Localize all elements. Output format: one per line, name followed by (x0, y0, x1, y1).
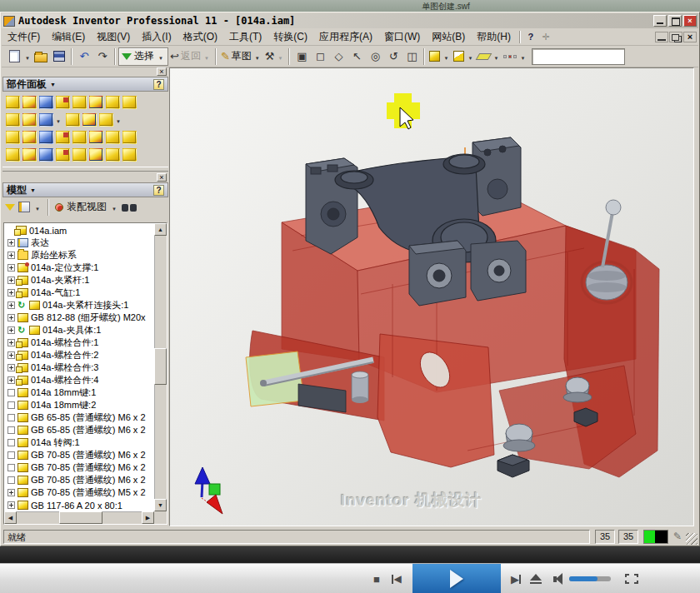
document-minimize-button[interactable] (655, 32, 668, 42)
tree-item[interactable]: GB 65-85 (普通螺纹) M6 x 2 (4, 424, 154, 436)
tree-item[interactable]: GB 70-85 (普通螺纹) M6 x 2 (4, 449, 154, 461)
document-close-button[interactable] (683, 32, 697, 42)
tree-expander-icon[interactable] (8, 364, 15, 371)
tool-bolted-connection-icon[interactable] (106, 96, 120, 109)
view-mode-label[interactable]: 装配视图 (67, 200, 107, 214)
tool-mirror-components-icon[interactable] (72, 96, 87, 109)
tool-constraint-icon[interactable] (6, 113, 20, 127)
tree-item-label[interactable]: 014a-定位支撑:1 (31, 262, 98, 274)
tool-insert-ifeature-icon[interactable] (122, 131, 137, 144)
tool-bill-of-materials-icon[interactable] (122, 148, 137, 162)
assembly-panel-close-icon[interactable] (157, 67, 167, 76)
tree-item[interactable]: 014a-夹具体:1 (4, 324, 154, 336)
tree-item-label[interactable]: 014a-夹紧杆:1 (31, 274, 89, 287)
addin-icon[interactable] (538, 30, 553, 43)
model-panel-dropdown-icon[interactable] (30, 187, 36, 193)
tree-horizontal-scrollbar[interactable]: ◀ ▶ (4, 511, 154, 524)
tree-expander-icon[interactable] (8, 351, 15, 359)
tree-item-label[interactable]: 014a-螺栓合件:2 (31, 349, 98, 361)
tree-item[interactable]: 014a 18mm键:1 (4, 386, 154, 399)
mute-button[interactable] (548, 564, 567, 593)
tool-place-from-content-center-icon[interactable] (39, 96, 53, 109)
tree-expander-icon[interactable] (8, 501, 15, 509)
update-dropdown[interactable] (276, 52, 284, 62)
tree-expander-icon[interactable] (8, 464, 15, 471)
tree-item[interactable]: GB 70-85 (普通螺纹) M6 x 2 (4, 461, 154, 474)
tree-item[interactable]: 014a-夹紧杆:1 (4, 274, 154, 287)
select-dropdown[interactable] (157, 52, 165, 62)
undo-button[interactable]: ↶ (75, 47, 93, 66)
tree-expander-icon[interactable] (8, 376, 15, 384)
maximize-button[interactable] (668, 15, 682, 27)
tree-item[interactable]: GB 117-86 A 20 x 80:1 (4, 499, 154, 511)
tree-item-label[interactable]: GB 117-86 A 20 x 80:1 (31, 501, 122, 511)
tree-item-label[interactable]: GB 70-85 (普通螺纹) M6 x 2 (31, 449, 146, 461)
tree-item-label[interactable]: GB 70-85 (普通螺纹) M6 x 2 (31, 461, 146, 474)
volume-slider[interactable] (569, 576, 611, 581)
tool-create-ifeature-icon[interactable] (106, 131, 120, 144)
return-button[interactable]: ↩ 返回 (168, 47, 212, 66)
tree-item[interactable]: GB 70-85 (普通螺纹) M5 x 2 (4, 486, 154, 499)
tree-item[interactable]: 014a.iam (4, 224, 154, 237)
menu-insert[interactable]: 插入(I) (136, 28, 177, 46)
tool-create-component-icon[interactable] (22, 96, 37, 109)
tree-item[interactable]: 014a-螺栓合件:2 (4, 349, 154, 361)
minimize-button[interactable] (653, 15, 667, 27)
menu-help[interactable]: 帮助(H) (471, 28, 517, 46)
tree-vertical-scrollbar[interactable]: ▲ ▼ (154, 223, 167, 511)
assembly-panel-header[interactable]: 部件面板 (2, 77, 168, 92)
panel-splitter[interactable] (2, 167, 168, 172)
tool-extrude-icon[interactable] (6, 148, 20, 162)
tool-copy-components-icon[interactable] (89, 96, 103, 109)
stop-button[interactable]: ■ (368, 564, 386, 593)
tool-replace-component-icon[interactable] (22, 113, 37, 127)
tree-expander-icon[interactable] (8, 264, 15, 272)
tree-expander-icon[interactable] (8, 489, 15, 496)
menu-tools[interactable]: 工具(T) (223, 28, 268, 46)
tree-item[interactable]: GB 812-88 (细牙螺纹) M20x (4, 311, 154, 324)
open-button[interactable] (32, 47, 50, 66)
tree-expander-icon[interactable] (8, 326, 15, 334)
tool-pattern-component-icon[interactable] (56, 96, 70, 109)
tool-work-axis-icon[interactable] (22, 131, 37, 144)
vertical-scroll-thumb[interactable] (154, 348, 167, 385)
new-file-dropdown[interactable] (23, 52, 32, 62)
tree-item-label[interactable]: GB 70-85 (普通螺纹) M6 x 2 (31, 474, 146, 486)
title-bar[interactable]: Autodesk Inventor Professional 11 - [014… (2, 13, 698, 28)
tool-quarter-section-view-icon[interactable] (82, 113, 97, 127)
tool-place-component-icon[interactable] (6, 96, 20, 109)
component-opacity-dropdown[interactable] (518, 52, 527, 62)
model-panel-close-icon[interactable] (157, 173, 167, 182)
tree-expander-icon[interactable] (8, 239, 15, 247)
tree-item-label[interactable]: 014a 18mm键:1 (31, 386, 96, 399)
tree-item[interactable]: 014a-螺栓合件:4 (4, 374, 154, 386)
tree-item-label[interactable]: 014a-螺栓合件:1 (31, 336, 98, 349)
return-dropdown[interactable] (202, 52, 211, 62)
tree-expander-icon[interactable] (8, 401, 15, 409)
tree-item[interactable]: 原始坐标系 (4, 249, 154, 262)
tool-mirror-feature-icon[interactable] (56, 148, 70, 162)
sketch-button[interactable]: 草图 (219, 47, 263, 66)
view-mode-dropdown[interactable] (110, 202, 118, 212)
shaded-display-button[interactable] (428, 47, 452, 66)
tool-design-accelerator-dropdown[interactable] (116, 115, 123, 125)
tree-item-label[interactable]: 014a-螺栓合件:4 (31, 374, 98, 386)
previous-button[interactable]: ◀ (388, 564, 406, 593)
tool-power-transmission-icon[interactable] (122, 96, 137, 109)
menu-applications[interactable]: 应用程序(A) (313, 28, 378, 46)
browser-mode-dropdown[interactable] (33, 202, 42, 212)
select-tool-button[interactable]: 选择 (118, 47, 168, 66)
menu-format[interactable]: 格式(O) (178, 28, 223, 46)
tree-expander-icon[interactable] (8, 476, 15, 484)
eject-button[interactable] (527, 564, 545, 593)
scroll-right-icon[interactable]: ▶ (142, 511, 154, 524)
tree-item[interactable]: 014a-螺栓合件:1 (4, 336, 154, 349)
tree-item[interactable]: GB 70-85 (普通螺纹) M6 x 2 (4, 474, 154, 486)
rotate-view-button[interactable]: ↺ (384, 47, 402, 66)
menu-website[interactable]: 网站(B) (426, 28, 471, 46)
menu-edit[interactable]: 编辑(E) (46, 28, 91, 46)
next-button[interactable]: ▶ (506, 564, 526, 593)
component-opacity-button[interactable] (502, 47, 528, 66)
tree-item-label[interactable]: 014a-螺栓合件:3 (31, 361, 98, 374)
zoom-dynamic-button[interactable]: ◇ (329, 47, 348, 66)
